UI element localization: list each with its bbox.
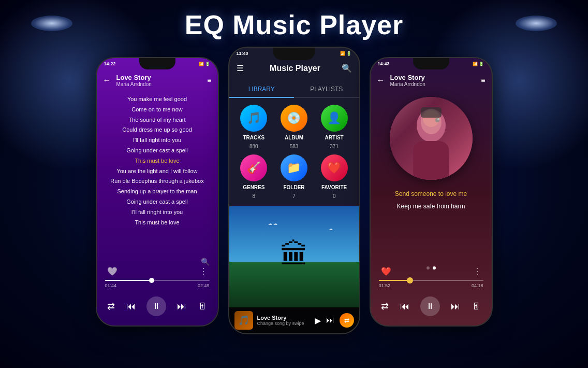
svg-rect-4 xyxy=(421,107,442,118)
progress-times-left: 01:44 02:49 xyxy=(105,283,210,288)
status-time-center: 11:40 xyxy=(237,51,248,56)
status-icons-right: 📶 🔋 xyxy=(473,62,484,66)
album-icon-circle: 💿 xyxy=(281,105,307,132)
genres-count: 8 xyxy=(253,193,256,199)
lib-item-favorite[interactable]: ❤️ FAVORITE 0 xyxy=(317,154,352,199)
playlist-icon[interactable]: ≡ xyxy=(207,76,211,84)
notch-right xyxy=(413,58,449,69)
status-icons-left: 📶 🔋 xyxy=(199,62,210,66)
np-shuffle-button[interactable]: ⇄ xyxy=(340,313,354,328)
album-art-container xyxy=(390,97,473,180)
album-label: ALBUM xyxy=(285,135,303,140)
right-lyrics-area: Send someone to love me Keep me safe fro… xyxy=(371,188,492,213)
genres-icon-circle: 🎸 xyxy=(240,154,267,181)
right-progress-area[interactable]: 01:52 04:18 xyxy=(371,280,492,288)
lyric-line-1: You make me feel good xyxy=(102,94,213,105)
np-play-button[interactable]: ▶ xyxy=(315,316,321,325)
zoom-icon[interactable]: 🔍 xyxy=(201,258,210,266)
hamburger-menu-icon[interactable]: ☰ xyxy=(237,63,244,73)
status-icons-center: 📶 🔋 xyxy=(340,51,351,56)
back-arrow-icon-right[interactable]: ← xyxy=(377,76,385,85)
right-controls-bar: ⇄ ⏮ ⏸ ⏭ 🎚 xyxy=(371,296,492,316)
lib-item-artist[interactable]: 👤 ARTIST 371 xyxy=(317,105,352,149)
left-header: ← Love Story Maria Arrdndon ≡ xyxy=(97,69,218,91)
lyric-line-6: Going under cast a spell xyxy=(102,146,213,156)
np-next-button[interactable]: ⏭ xyxy=(326,316,334,325)
progress-area-left[interactable]: 01:44 02:49 xyxy=(97,280,218,288)
back-arrow-icon[interactable]: ← xyxy=(103,76,111,85)
center-header: ☰ Music Player 🔍 xyxy=(229,60,359,76)
lyrics-area-left: You make me feel good Come on to me now … xyxy=(97,94,218,228)
lyric-line-2: Come on to me now xyxy=(102,105,213,115)
prev-button-left[interactable]: ⏮ xyxy=(126,301,136,312)
notch-center xyxy=(273,48,315,60)
play-pause-button-left[interactable]: ⏸ xyxy=(146,296,166,316)
folder-label: FOLDER xyxy=(283,185,304,190)
progress-thumb-left xyxy=(149,278,154,283)
folder-count: 7 xyxy=(292,193,296,199)
right-header: ← Love Story Maria Arrdndon ≡ xyxy=(371,69,492,91)
equalizer-button-left[interactable]: 🎚 xyxy=(198,301,207,312)
search-icon-center[interactable]: 🔍 xyxy=(342,63,352,73)
heart-icon-right[interactable]: ❤️ xyxy=(381,266,391,276)
lyric-line-9: Run ole Bocephus through a jukebox xyxy=(102,176,213,187)
left-song-artist: Maria Arrdndon xyxy=(116,81,208,87)
right-lyric-line-1: Send someone to love me xyxy=(379,188,483,200)
playlist-icon-right[interactable]: ≡ xyxy=(481,76,485,84)
time-current-right: 01:52 xyxy=(379,283,391,288)
controls-bar-left: ⇄ ⏮ ⏸ ⏭ 🎚 xyxy=(97,296,218,316)
lib-item-tracks[interactable]: 🎵 TRACKS 880 xyxy=(237,105,272,149)
landscape-gradient: 🏛 ☁ ☁ ☁ xyxy=(229,206,359,307)
np-subtitle: Change song by swipe xyxy=(257,321,311,326)
play-pause-button-right[interactable]: ⏸ xyxy=(420,296,440,316)
lyric-line-4: Could dress me up so good xyxy=(102,125,213,135)
tracks-count: 880 xyxy=(249,144,258,149)
tab-playlists[interactable]: PLAYLISTS xyxy=(294,81,359,97)
more-action-icon[interactable]: ⋮ xyxy=(199,266,208,276)
progress-bar-bg-left[interactable] xyxy=(105,280,210,281)
artist-icon-circle: 👤 xyxy=(321,105,348,132)
favorite-count: 0 xyxy=(333,193,336,199)
lyric-line-10: Sending up a prayer to the man xyxy=(102,187,213,197)
lib-item-genres[interactable]: 🎸 GENRES 8 xyxy=(237,154,272,199)
prev-button-right[interactable]: ⏮ xyxy=(400,301,409,312)
lyric-line-5: I'll fall right into you xyxy=(102,135,213,146)
favorite-label: FAVORITE xyxy=(321,185,347,190)
time-total-left: 02:49 xyxy=(198,283,210,288)
next-button-left[interactable]: ⏭ xyxy=(177,301,186,312)
equalizer-button-right[interactable]: 🎚 xyxy=(472,301,481,312)
heart-action-icon[interactable]: 🤍 xyxy=(107,266,117,276)
lyric-line-13: This must be love xyxy=(102,218,213,228)
tab-library[interactable]: LIBRARY xyxy=(229,81,295,98)
np-title: Love Story xyxy=(257,315,311,321)
bottom-actions-left: 🤍 ⋮ xyxy=(97,266,218,276)
artist-label: ARTIST xyxy=(325,135,344,140)
now-playing-bar: 🎵 Love Story Change song by swipe ▶ ⏭ ⇄ xyxy=(229,307,359,333)
phone-left: 14:22 📶 🔋 ← Love Story Maria Arrdndon ≡ … xyxy=(96,57,219,327)
phones-container: 14:22 📶 🔋 ← Love Story Maria Arrdndon ≡ … xyxy=(0,47,588,334)
more-icon-right[interactable]: ⋮ xyxy=(473,266,481,276)
album-count: 583 xyxy=(290,144,299,149)
lyric-line-7: This must be love xyxy=(102,156,213,166)
favorite-icon-circle: ❤️ xyxy=(321,154,348,181)
right-song-title: Love Story xyxy=(390,74,481,81)
right-song-artist: Maria Arrdndon xyxy=(390,81,481,87)
lib-item-folder[interactable]: 📁 FOLDER 7 xyxy=(276,154,312,199)
np-controls: ▶ ⏭ ⇄ xyxy=(315,313,354,328)
now-playing-thumb: 🎵 xyxy=(234,311,253,330)
right-lyric-line-2: Keep me safe from harm xyxy=(379,200,483,213)
artist-count: 371 xyxy=(330,144,339,149)
status-time-left: 14:22 xyxy=(104,61,116,66)
lyric-line-11: Going under cast a spell xyxy=(102,197,213,207)
right-song-info: Love Story Maria Arrdndon xyxy=(390,74,481,87)
next-button-right[interactable]: ⏭ xyxy=(451,301,460,312)
lib-item-album[interactable]: 💿 ALBUM 583 xyxy=(276,105,312,149)
right-progress-bg[interactable] xyxy=(379,280,483,281)
page-title: EQ Music Player xyxy=(0,9,588,40)
shuffle-button-left[interactable]: ⇄ xyxy=(107,301,115,312)
time-total-right: 04:18 xyxy=(472,283,483,288)
phone-right: 14:43 📶 🔋 ← Love Story Maria Arrdndon ≡ xyxy=(370,57,493,327)
tracks-label: TRACKS xyxy=(243,135,264,140)
shuffle-button-right[interactable]: ⇄ xyxy=(381,301,389,312)
svg-point-6 xyxy=(437,118,439,120)
